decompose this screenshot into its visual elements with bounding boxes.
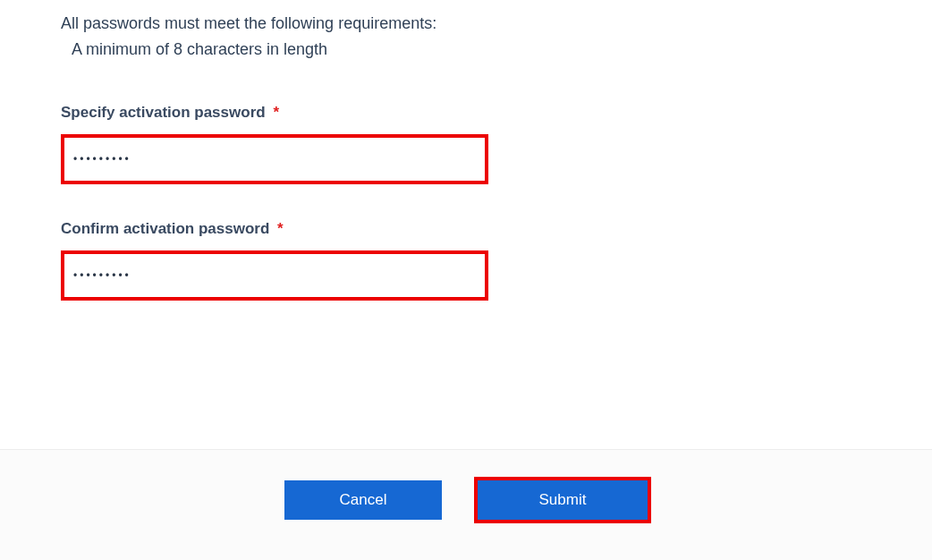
password-input[interactable] xyxy=(61,134,488,184)
password-field-block: Specify activation password * xyxy=(61,104,932,184)
confirm-password-input[interactable] xyxy=(61,250,488,301)
confirm-password-field-block: Confirm activation password * xyxy=(61,220,932,301)
required-mark: * xyxy=(273,104,279,121)
required-mark: * xyxy=(277,220,284,237)
password-requirement-item: A minimum of 8 characters in length xyxy=(61,38,932,61)
password-requirements-intro: All passwords must meet the following re… xyxy=(61,13,932,35)
submit-button[interactable]: Submit xyxy=(478,480,648,520)
password-label: Specify activation password * xyxy=(61,104,932,122)
password-label-text: Specify activation password xyxy=(61,104,266,121)
form-content: All passwords must meet the following re… xyxy=(0,0,932,449)
cancel-button[interactable]: Cancel xyxy=(284,480,442,520)
dialog-footer: Cancel Submit xyxy=(0,449,932,560)
confirm-password-label: Confirm activation password * xyxy=(61,220,932,238)
confirm-password-label-text: Confirm activation password xyxy=(61,220,269,237)
